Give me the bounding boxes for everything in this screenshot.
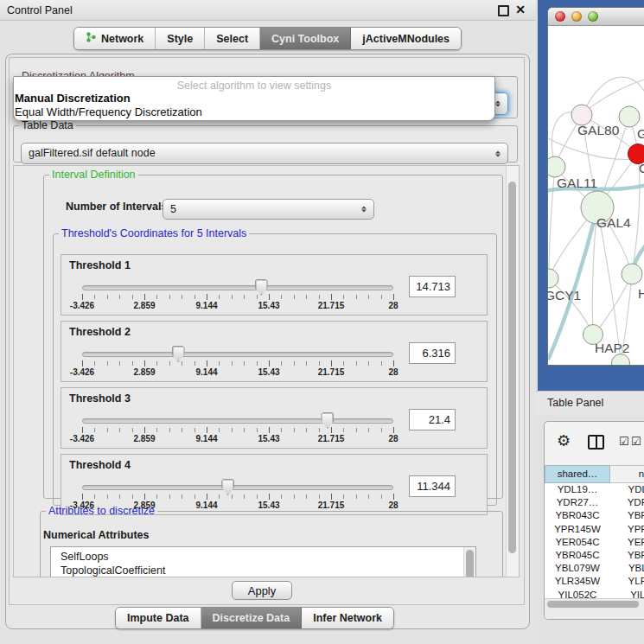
tab-select[interactable]: Select <box>205 28 260 49</box>
dropdown-option-manual[interactable]: Manual Discretization <box>15 92 131 105</box>
cell[interactable]: YDR27… <box>545 496 610 509</box>
scrollbar-thumb[interactable] <box>547 601 639 608</box>
cell[interactable]: YLR345W <box>545 575 610 588</box>
table-row[interactable]: YDL19…YDL1 <box>545 483 644 496</box>
cell[interactable]: YER054C <box>545 536 610 549</box>
control-panel-titlebar: Control Panel ✕ <box>0 0 536 21</box>
thresholds-group-title: Threshold's Coordinates for 5 Intervals <box>59 227 249 239</box>
node-gcy1[interactable] <box>548 269 558 288</box>
scale-label: 15.43 <box>258 301 279 310</box>
interval-definition-title: Interval Definition <box>49 169 138 181</box>
table-row[interactable]: YDR27…YDR2 <box>545 496 644 509</box>
major-tick <box>144 294 145 300</box>
cell[interactable]: YLR3 <box>610 575 644 588</box>
threshold-3-slider[interactable]: -3.4262.8599.14415.4321.71528 <box>82 411 393 447</box>
scale-label: 15.43 <box>258 367 279 377</box>
gear-icon[interactable]: ⚙ <box>557 431 571 450</box>
node-h[interactable] <box>622 264 642 284</box>
threshold-2-value[interactable]: 6.316 <box>409 342 456 364</box>
cell[interactable]: YBL0 <box>610 562 644 575</box>
scale-label: 21.715 <box>318 434 345 443</box>
split-pane-icon[interactable] <box>588 435 604 450</box>
list-item[interactable]: TopologicalCoefficient <box>51 564 475 577</box>
table-row[interactable]: YBR043CYBR0 <box>545 509 644 522</box>
tab-cyni-toolbox[interactable]: Cyni Toolbox <box>260 28 351 49</box>
dropdown-option-equal-width[interactable]: Equal Width/Frequency Discretization <box>15 105 202 118</box>
tab-infer-network[interactable]: Infer Network <box>302 608 393 628</box>
cell[interactable]: YBL079W <box>545 562 610 575</box>
number-of-intervals-select[interactable]: 5 <box>163 199 374 220</box>
scrollbar-thumb[interactable] <box>466 550 474 577</box>
slider-track[interactable] <box>82 352 393 357</box>
list-scrollbar[interactable] <box>463 547 475 577</box>
tab-jactivemnodules[interactable]: jActiveMNodules <box>351 28 461 49</box>
cell[interactable]: YBR043C <box>545 509 610 522</box>
network-window-titlebar[interactable] <box>548 8 644 26</box>
scale-label: 9.144 <box>195 367 217 377</box>
checkbox-icon[interactable]: ☑ <box>631 435 641 448</box>
table-row[interactable]: YLR345WYLR3 <box>545 575 644 588</box>
table-row[interactable]: YBR045CYBR0 <box>545 549 644 562</box>
network-canvas[interactable]: GAL80 GA C GAL11 GAL4 GCY1 H HAP2 <box>548 26 644 365</box>
table-row[interactable]: YPR145WYPR1 <box>545 523 644 536</box>
slider-track[interactable] <box>82 285 393 290</box>
tab-impute-data[interactable]: Impute Data <box>116 608 201 628</box>
table-data-value: galFiltered.sif default node <box>22 143 507 163</box>
major-tick <box>82 360 83 367</box>
threshold-2-label: Threshold 2 <box>69 326 131 338</box>
major-tick <box>207 360 207 367</box>
slider-thumb[interactable] <box>221 479 234 495</box>
numerical-attributes-list[interactable]: SelfLoops TopologicalCoefficient Between… <box>50 546 476 577</box>
cell[interactable]: YER0 <box>610 536 644 549</box>
node-top-right[interactable] <box>619 106 640 127</box>
scrollbar-thumb[interactable] <box>508 182 516 553</box>
slider-track[interactable] <box>82 418 393 424</box>
apply-button[interactable]: Apply <box>232 581 292 600</box>
cell[interactable]: YBR0 <box>610 509 644 522</box>
tab-discretize-data[interactable]: Discretize Data <box>201 608 303 628</box>
cell[interactable]: YBR0 <box>610 549 644 562</box>
major-tick <box>331 294 332 300</box>
slider-thumb[interactable] <box>255 279 268 296</box>
slider-track[interactable] <box>82 485 393 490</box>
column-header-shared-name[interactable]: shared… <box>545 465 610 483</box>
major-tick <box>82 427 83 433</box>
threshold-3-label: Threshold 3 <box>69 392 131 405</box>
cell[interactable]: YDR2 <box>610 496 644 509</box>
threshold-4-value[interactable]: 11.344 <box>409 475 456 497</box>
tab-network[interactable]: Network <box>74 28 156 49</box>
float-window-icon[interactable] <box>498 5 509 16</box>
cell[interactable]: YPR145W <box>545 523 610 536</box>
right-side-area: GAL80 GA C GAL11 GAL4 GCY1 H HAP2 Table … <box>536 0 644 644</box>
settings-scrollbar[interactable] <box>506 166 519 577</box>
threshold-1-slider[interactable]: -3.4262.8599.14415.4321.71528 <box>82 277 393 314</box>
window-minimize-button[interactable] <box>571 11 582 22</box>
column-header-name[interactable]: n <box>611 465 644 483</box>
table-horizontal-scrollbar[interactable] <box>545 598 644 620</box>
table-row[interactable]: YER054CYER0 <box>545 536 644 549</box>
window-close-button[interactable] <box>555 11 565 22</box>
numerical-attributes-label: Numerical Attributes <box>43 529 149 541</box>
table-data-select[interactable]: galFiltered.sif default node <box>21 143 508 164</box>
discretize-form: Discretization Algorithm Select algorith… <box>9 57 525 605</box>
node-bottom[interactable] <box>612 354 630 366</box>
threshold-2-slider[interactable]: -3.4262.8599.14415.4321.71528 <box>82 344 393 380</box>
tab-label: Cyni Toolbox <box>271 33 339 45</box>
window-zoom-button[interactable] <box>588 11 598 22</box>
close-icon[interactable]: ✕ <box>515 3 526 16</box>
threshold-3-value[interactable]: 21.4 <box>409 409 456 430</box>
cell[interactable]: YDL19… <box>545 483 610 496</box>
major-tick <box>393 427 394 433</box>
slider-thumb[interactable] <box>172 346 185 362</box>
slider-thumb[interactable] <box>321 412 334 429</box>
cell[interactable]: YBR045C <box>545 549 610 562</box>
node-gal11[interactable] <box>548 156 565 177</box>
table-row[interactable]: YBL079WYBL0 <box>545 562 644 575</box>
cell[interactable]: YPR1 <box>610 523 644 536</box>
threshold-1-value[interactable]: 14.713 <box>409 276 456 297</box>
cell[interactable]: YDL1 <box>610 483 644 496</box>
list-item[interactable]: SelfLoops <box>51 547 475 564</box>
checkbox-icon[interactable]: ☑ <box>619 435 629 448</box>
cyni-toolbox-panel: Discretization Algorithm Select algorith… <box>5 54 530 629</box>
tab-style[interactable]: Style <box>156 28 205 49</box>
